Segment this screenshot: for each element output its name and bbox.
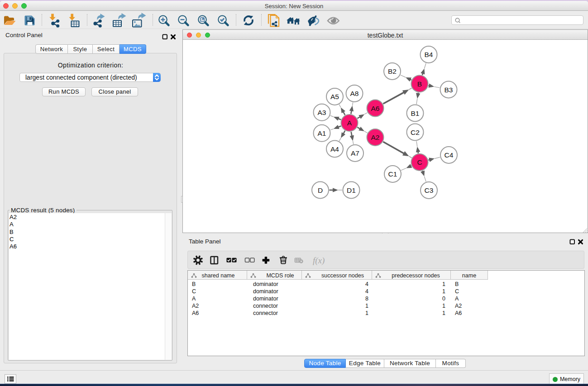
svg-text:C1: C1 [388,170,397,178]
svg-text:C4: C4 [445,151,454,159]
svg-text:B1: B1 [411,110,420,117]
svg-text:A8: A8 [350,90,359,97]
svg-text:D: D [318,186,323,194]
svg-text:C: C [417,158,422,166]
svg-text:A2: A2 [371,133,380,141]
svg-text:B: B [417,80,422,88]
svg-text:A: A [347,119,352,127]
svg-text:B2: B2 [388,67,397,75]
svg-text:A5: A5 [330,93,339,100]
svg-text:C3: C3 [425,186,434,194]
svg-text:A6: A6 [371,105,380,112]
svg-text:A3: A3 [318,109,326,116]
svg-text:f(x): f(x) [313,256,325,266]
svg-text:D1: D1 [347,186,356,194]
svg-text:C2: C2 [411,129,420,136]
svg-text:B3: B3 [445,86,453,94]
svg-text:A4: A4 [330,145,339,153]
svg-text:B4: B4 [425,51,433,58]
svg-text:A7: A7 [351,149,359,157]
svg-text:A1: A1 [318,129,326,137]
